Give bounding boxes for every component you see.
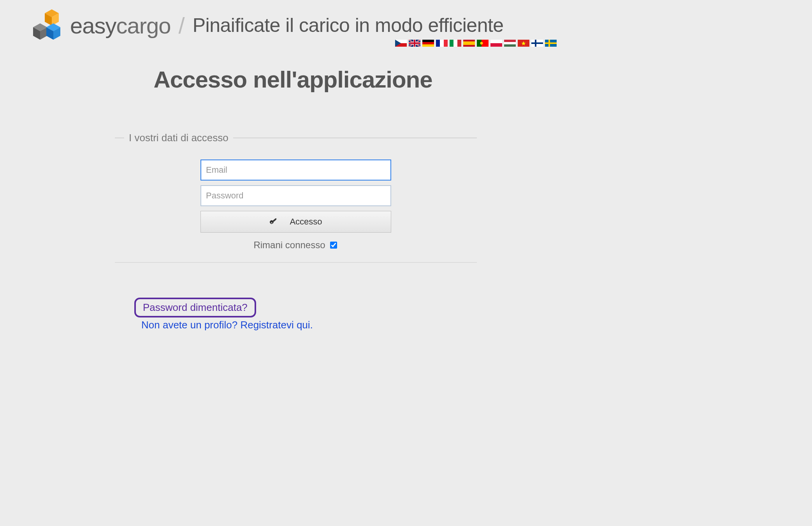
svg-rect-21 — [440, 40, 444, 47]
page-title: Accesso nell'applicazione — [29, 66, 557, 93]
flag-de-icon[interactable] — [422, 40, 434, 47]
svg-rect-39 — [531, 42, 543, 44]
legend: I vostri dati di accesso — [115, 132, 477, 144]
svg-rect-25 — [457, 40, 461, 47]
flag-fr-icon[interactable] — [436, 40, 448, 47]
svg-rect-17 — [422, 40, 434, 42]
svg-rect-35 — [504, 44, 516, 47]
logo[interactable]: easycargo — [29, 8, 171, 43]
tagline: Pinaificate il carico in modo efficiente — [193, 14, 504, 37]
svg-rect-43 — [548, 40, 550, 47]
svg-rect-18 — [422, 42, 434, 44]
links: Password dimenticata? Non avete un profi… — [115, 298, 477, 331]
main: Accesso nell'applicazione I vostri dati … — [29, 66, 557, 331]
flag-it-icon[interactable] — [450, 40, 461, 47]
flag-vn-icon[interactable] — [518, 40, 529, 47]
remember-label: Rimani connesso — [253, 240, 325, 251]
flag-cz-icon[interactable] — [395, 40, 407, 47]
flag-hu-icon[interactable] — [504, 40, 516, 47]
flag-gb-icon[interactable] — [409, 40, 420, 47]
svg-rect-23 — [450, 40, 453, 47]
legend-text: I vostri dati di accesso — [124, 132, 233, 144]
forgot-password-link[interactable]: Password dimenticata? — [134, 298, 256, 317]
svg-rect-22 — [444, 40, 448, 47]
svg-rect-34 — [504, 42, 516, 44]
separator-slash: / — [179, 12, 185, 39]
key-icon — [269, 217, 278, 226]
logo-text: easycargo — [70, 12, 171, 39]
svg-rect-32 — [490, 43, 502, 47]
login-button[interactable]: Accesso — [200, 211, 391, 233]
login-form: I vostri dati di accesso Accesso Rimani … — [115, 132, 477, 331]
svg-rect-33 — [504, 40, 516, 42]
password-field[interactable] — [200, 185, 391, 206]
svg-rect-19 — [422, 44, 434, 47]
register-link[interactable]: Non avete un profilo? Registratevi qui. — [134, 319, 477, 331]
language-flags — [395, 40, 557, 47]
flag-es-icon[interactable] — [463, 40, 475, 47]
email-field[interactable] — [200, 160, 391, 181]
svg-rect-31 — [490, 40, 502, 43]
flag-pl-icon[interactable] — [490, 40, 502, 47]
flag-se-icon[interactable] — [545, 40, 557, 47]
svg-rect-16 — [409, 42, 420, 44]
svg-rect-27 — [463, 42, 475, 45]
divider — [115, 262, 477, 263]
header: easycargo / Pinaificate il carico in mod… — [29, 8, 557, 43]
remember-checkbox[interactable] — [330, 242, 337, 249]
flag-pt-icon[interactable] — [477, 40, 489, 47]
svg-rect-40 — [535, 40, 536, 47]
remember-row: Rimani connesso — [200, 240, 391, 251]
svg-point-30 — [480, 42, 483, 45]
svg-rect-24 — [453, 40, 457, 47]
svg-rect-20 — [436, 40, 440, 47]
flag-fi-icon[interactable] — [531, 40, 543, 47]
logo-cubes-icon — [29, 8, 64, 43]
svg-rect-42 — [545, 42, 557, 44]
login-button-label: Accesso — [290, 217, 322, 227]
